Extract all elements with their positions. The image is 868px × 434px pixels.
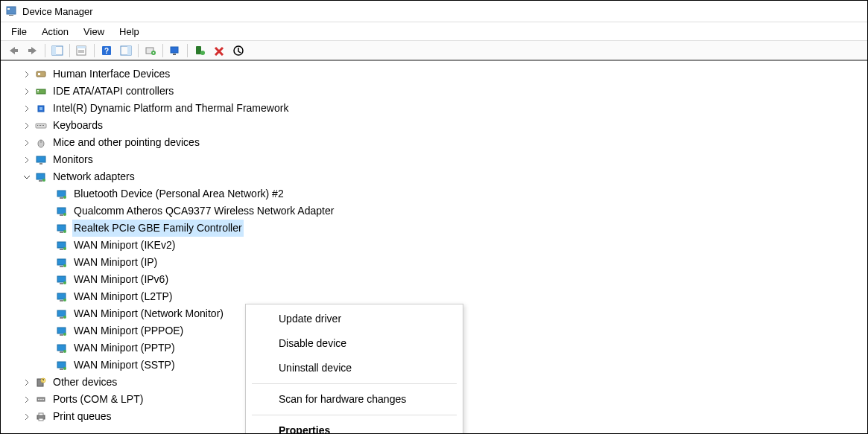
svg-rect-67 bbox=[60, 334, 63, 336]
svg-rect-61 bbox=[60, 300, 63, 301]
svg-point-62 bbox=[63, 299, 66, 301]
chevron-right-icon[interactable] bbox=[23, 379, 31, 386]
svg-point-56 bbox=[63, 264, 66, 267]
tree-item-network-child[interactable]: WAN Miniport (L2TP) bbox=[1, 288, 867, 305]
menu-view[interactable]: View bbox=[76, 25, 112, 39]
app-icon bbox=[5, 5, 17, 17]
svg-rect-43 bbox=[60, 197, 63, 199]
toolbar-separator bbox=[45, 44, 45, 57]
ctx-scan-hardware[interactable]: Scan for hardware changes bbox=[246, 387, 463, 412]
ctx-update-driver[interactable]: Update driver bbox=[246, 307, 463, 331]
ide-icon bbox=[35, 86, 47, 98]
toolbar-separator bbox=[69, 44, 70, 57]
svg-point-47 bbox=[63, 213, 66, 216]
chevron-down-icon[interactable] bbox=[23, 173, 31, 181]
svg-rect-22 bbox=[37, 71, 45, 77]
network-adapter-icon bbox=[56, 308, 68, 320]
chevron-right-icon[interactable] bbox=[23, 105, 31, 112]
tree-label: Monitors bbox=[51, 151, 95, 168]
menu-file[interactable]: File bbox=[4, 25, 34, 39]
svg-rect-1 bbox=[9, 15, 13, 16]
chevron-right-icon[interactable] bbox=[23, 122, 31, 130]
menu-action[interactable]: Action bbox=[34, 25, 76, 39]
svg-rect-40 bbox=[39, 180, 42, 182]
tree-item-network-adapters[interactable]: Network adapters bbox=[1, 168, 867, 185]
svg-rect-66 bbox=[57, 328, 66, 334]
window-title: Device Manager bbox=[22, 6, 93, 17]
tree-item-network-child[interactable]: WAN Miniport (IKEv2) bbox=[1, 237, 867, 254]
tree-item-network-child[interactable]: Bluetooth Device (Personal Area Network)… bbox=[1, 185, 867, 202]
toolbar-separator bbox=[162, 44, 163, 57]
enable-device-button[interactable] bbox=[190, 42, 209, 60]
network-adapter-icon bbox=[56, 274, 68, 286]
tree-label: Qualcomm Atheros QCA9377 Wireless Networ… bbox=[72, 202, 335, 220]
action-pane-button[interactable] bbox=[116, 42, 136, 60]
menu-help[interactable]: Help bbox=[112, 25, 147, 39]
chevron-right-icon[interactable] bbox=[23, 139, 31, 147]
tree-item-keyboards[interactable]: Keyboards bbox=[1, 117, 867, 134]
keyboard-icon bbox=[35, 120, 47, 132]
monitor-icon bbox=[35, 154, 47, 166]
update-driver-button[interactable] bbox=[165, 42, 185, 60]
tree-label: Print queues bbox=[51, 408, 113, 425]
svg-rect-19 bbox=[196, 46, 201, 54]
chevron-right-icon[interactable] bbox=[23, 156, 31, 164]
svg-rect-23 bbox=[38, 73, 40, 75]
network-icon bbox=[35, 171, 47, 183]
back-button[interactable] bbox=[4, 42, 23, 60]
svg-text:?: ? bbox=[42, 378, 45, 383]
svg-rect-42 bbox=[57, 191, 66, 197]
properties-button[interactable] bbox=[72, 42, 92, 60]
svg-point-71 bbox=[63, 350, 66, 353]
mouse-icon bbox=[35, 137, 47, 149]
tree-label: Intel(R) Dynamic Platform and Thermal Fr… bbox=[51, 100, 290, 117]
svg-rect-0 bbox=[7, 7, 16, 14]
ctx-properties[interactable]: Properties bbox=[246, 418, 463, 434]
svg-rect-33 bbox=[42, 125, 42, 126]
toolbar-separator bbox=[94, 44, 95, 57]
forward-button[interactable] bbox=[23, 42, 42, 60]
ctx-disable-device[interactable]: Disable device bbox=[246, 331, 463, 356]
svg-point-53 bbox=[63, 247, 66, 250]
svg-rect-45 bbox=[57, 208, 66, 214]
svg-rect-28 bbox=[39, 107, 42, 110]
network-adapter-icon bbox=[56, 325, 68, 337]
chevron-right-icon[interactable] bbox=[23, 413, 31, 421]
svg-rect-4 bbox=[28, 49, 32, 52]
tree-item-intel[interactable]: Intel(R) Dynamic Platform and Thermal Fr… bbox=[1, 100, 867, 117]
tree-item-network-child-selected[interactable]: Realtek PCIe GBE Family Controller bbox=[1, 220, 867, 237]
disable-device-button[interactable] bbox=[229, 42, 248, 60]
svg-rect-39 bbox=[37, 173, 45, 179]
svg-point-20 bbox=[200, 51, 205, 55]
svg-rect-63 bbox=[57, 310, 66, 316]
tree-item-network-child[interactable]: Qualcomm Atheros QCA9377 Wireless Networ… bbox=[1, 202, 867, 220]
tree-item-network-child[interactable]: WAN Miniport (IPv6) bbox=[1, 271, 867, 288]
menu-bar: File Action View Help bbox=[1, 22, 867, 40]
tree-label: Human Interface Devices bbox=[51, 66, 171, 83]
tree-item-network-child[interactable]: WAN Miniport (IP) bbox=[1, 254, 867, 271]
svg-rect-38 bbox=[39, 163, 42, 165]
ctx-uninstall-device[interactable]: Uninstall device bbox=[246, 356, 463, 380]
tree-item-monitors[interactable]: Monitors bbox=[1, 151, 867, 168]
chevron-right-icon[interactable] bbox=[23, 71, 31, 78]
tree-label: Bluetooth Device (Personal Area Network)… bbox=[72, 185, 285, 202]
help-button[interactable]: ? bbox=[97, 42, 116, 60]
svg-rect-18 bbox=[173, 54, 176, 55]
svg-point-65 bbox=[63, 316, 66, 319]
scan-hardware-button[interactable] bbox=[141, 42, 160, 60]
toolbar-separator bbox=[187, 44, 188, 57]
tree-item-mice[interactable]: Mice and other pointing devices bbox=[1, 134, 867, 151]
network-adapter-icon bbox=[56, 240, 68, 252]
svg-rect-14 bbox=[127, 46, 131, 55]
network-adapter-icon bbox=[56, 188, 68, 200]
show-hide-console-tree-button[interactable] bbox=[48, 42, 67, 60]
device-tree[interactable]: Human Interface Devices IDE ATA/ATAPI co… bbox=[1, 61, 867, 430]
chevron-right-icon[interactable] bbox=[23, 88, 31, 95]
tree-item-hid[interactable]: Human Interface Devices bbox=[1, 66, 867, 83]
tree-item-ide[interactable]: IDE ATA/ATAPI controllers bbox=[1, 83, 867, 100]
other-devices-icon: ? bbox=[35, 377, 47, 389]
chevron-right-icon[interactable] bbox=[23, 396, 31, 403]
svg-rect-48 bbox=[57, 225, 66, 231]
uninstall-device-button[interactable] bbox=[209, 42, 229, 60]
tree-label: WAN Miniport (L2TP) bbox=[72, 288, 174, 305]
